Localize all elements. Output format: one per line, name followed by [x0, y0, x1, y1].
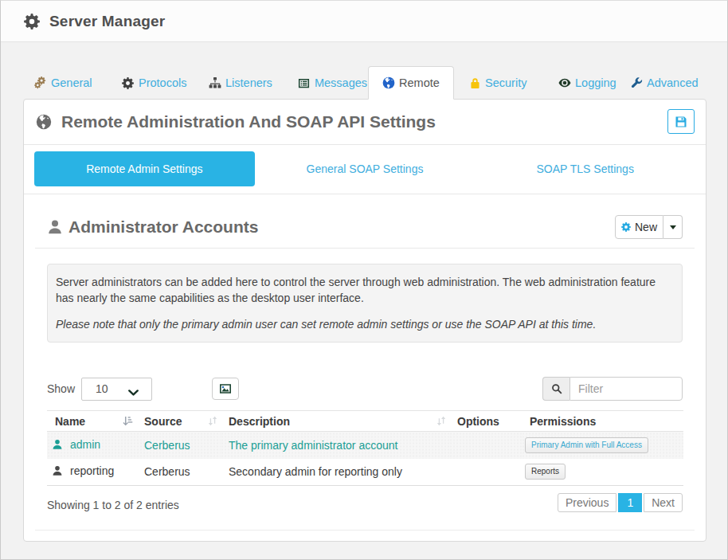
lock-icon: [468, 76, 481, 89]
new-button-label: New: [635, 219, 657, 235]
subtab-general-soap-settings[interactable]: General SOAP Settings: [255, 151, 476, 186]
user-icon: [52, 439, 63, 452]
entries-summary: Showing 1 to 2 of 2 entries: [47, 499, 179, 511]
page-1-button[interactable]: 1: [618, 493, 642, 512]
tab-label: Logging: [575, 76, 616, 89]
globe-icon: [36, 114, 52, 130]
tab-protocols[interactable]: Protocols: [121, 66, 187, 100]
column-header-permissions: Permissions: [522, 411, 683, 432]
reporting-name[interactable]: reporting: [70, 464, 114, 477]
new-dropdown-button[interactable]: [663, 215, 683, 239]
chevron-down-icon: [128, 386, 139, 399]
filter-input[interactable]: [569, 377, 683, 401]
table-row-reporting[interactable]: reporting Cerberus Secondary admin for r…: [47, 459, 683, 486]
panel-header: Remote Administration And SOAP API Setti…: [24, 100, 706, 145]
subtab-remote-admin-settings[interactable]: Remote Admin Settings: [34, 151, 255, 186]
table-footer: Showing 1 to 2 of 2 entries Previous 1 N…: [35, 493, 695, 512]
table-row-admin[interactable]: admin Cerberus The primary administrator…: [47, 432, 683, 459]
globe-icon: [382, 76, 395, 89]
sort-both-icon: [436, 416, 446, 429]
wrench-icon: [630, 76, 643, 89]
tab-general[interactable]: General: [33, 66, 93, 100]
filter-group: [542, 377, 683, 401]
sort-asc-icon: [123, 416, 133, 429]
info-text: Server administrators can be added here …: [56, 274, 674, 306]
column-header-options: Options: [449, 411, 522, 432]
search-icon: [551, 383, 562, 394]
eye-icon: [558, 76, 571, 89]
permission-badge[interactable]: Reports: [525, 464, 566, 480]
image-icon: [219, 382, 232, 395]
page: General Protocols Listeners Messages: [1, 66, 727, 542]
pane-bottom-divider: [35, 530, 695, 531]
tab-label: Advanced: [647, 76, 699, 89]
tab-label: Protocols: [139, 76, 186, 89]
tab-messages[interactable]: Messages: [297, 66, 368, 100]
reporting-source: Cerberus: [136, 459, 221, 486]
sub-tab-bar: Remote Admin Settings General SOAP Setti…: [24, 145, 706, 194]
permission-badge[interactable]: Primary Admin with Full Access: [525, 437, 648, 453]
sort-both-icon: [208, 416, 217, 429]
admin-description-link[interactable]: The primary administrator account: [221, 432, 449, 459]
table-controls: Show 10: [35, 377, 695, 401]
main-panel: Remote Administration And SOAP API Setti…: [23, 99, 706, 542]
admin-source-link[interactable]: Cerberus: [136, 432, 221, 459]
section-header: Administrator Accounts New: [35, 215, 695, 239]
reporting-options-cell: [449, 459, 522, 486]
admin-accounts-table: Name Source: [47, 410, 683, 486]
column-header-name[interactable]: Name: [47, 411, 136, 432]
tab-label: Remote: [399, 76, 440, 89]
pagination: Previous 1 Next: [558, 493, 683, 512]
tab-logging[interactable]: Logging: [558, 66, 617, 100]
search-addon: [542, 377, 569, 401]
user-icon: [47, 219, 63, 235]
tab-label: Listeners: [225, 76, 272, 89]
gear-icon: [122, 76, 135, 89]
next-page-button[interactable]: Next: [644, 493, 683, 512]
tab-listeners[interactable]: Listeners: [208, 66, 273, 100]
gear-icon: [621, 222, 631, 232]
page-size-select[interactable]: 10: [81, 378, 152, 401]
table-header-row: Name Source: [47, 411, 683, 432]
tab-remote[interactable]: Remote: [368, 66, 454, 100]
cogs-icon: [34, 76, 47, 89]
previous-page-button[interactable]: Previous: [558, 493, 616, 512]
remote-admin-pane: Administrator Accounts New Server admini…: [24, 215, 706, 541]
tab-security[interactable]: Security: [468, 66, 527, 100]
subtab-soap-tls-settings[interactable]: SOAP TLS Settings: [475, 151, 695, 186]
section-divider: [35, 248, 695, 249]
reporting-description: Secondary admin for reporting only: [221, 459, 449, 486]
topbar: Server Manager: [1, 1, 727, 42]
new-button[interactable]: New: [615, 215, 663, 239]
tab-label: General: [51, 76, 92, 89]
sitemap-icon: [209, 76, 221, 89]
info-well: Server administrators can be added here …: [47, 264, 683, 343]
user-icon: [52, 465, 63, 479]
image-button[interactable]: [212, 378, 239, 400]
new-button-group: New: [615, 215, 683, 239]
admin-name-link[interactable]: admin: [70, 438, 100, 451]
admin-options-cell: [449, 432, 522, 459]
column-header-description[interactable]: Description: [221, 411, 449, 432]
section-title: Administrator Accounts: [68, 217, 258, 237]
tab-bar: General Protocols Listeners Messages: [23, 66, 706, 100]
app-window: Server Manager General Protocols: [0, 0, 728, 560]
save-button[interactable]: [667, 109, 695, 134]
gear-icon: [24, 14, 40, 29]
info-note: Please note that only the primary admin …: [56, 316, 674, 332]
tab-label: Messages: [315, 76, 367, 89]
app-title: Server Manager: [49, 13, 165, 30]
tab-advanced[interactable]: Advanced: [629, 66, 699, 100]
page-title: Remote Administration And SOAP API Setti…: [61, 112, 436, 131]
save-icon: [675, 116, 687, 128]
show-label: Show: [47, 382, 75, 395]
tab-label: Security: [485, 76, 526, 89]
list-alt-icon: [298, 76, 311, 89]
column-header-source[interactable]: Source: [136, 411, 221, 432]
caret-down-icon: [670, 225, 676, 229]
page-size-value: 10: [96, 382, 108, 395]
